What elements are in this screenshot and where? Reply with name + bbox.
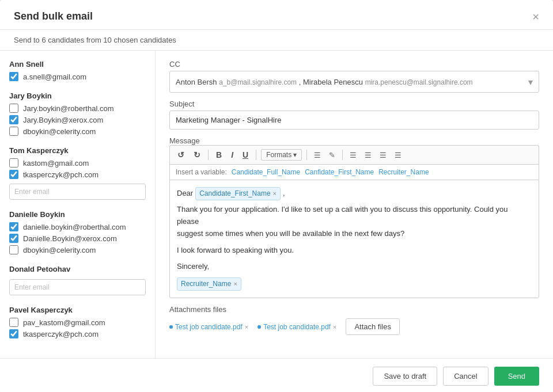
candidate-group: Danielle Boykindanielle.boykin@roberthal… xyxy=(9,210,146,254)
formats-dropdown[interactable]: Formats ▾ xyxy=(261,149,302,161)
closing-token-remove[interactable]: × xyxy=(233,279,237,290)
email-checkbox[interactable] xyxy=(9,127,18,136)
email-item: a.snell@gmail.com xyxy=(9,72,146,81)
email-item: kastom@gmail.com xyxy=(9,158,146,168)
email-item: Jary.boykin@roberthal.com xyxy=(9,104,146,113)
send-button[interactable]: Send xyxy=(494,367,539,386)
email-item: Danielle.Boykin@xerox.com xyxy=(9,234,146,243)
email-text: pav_kastom@gmail.com xyxy=(23,318,105,327)
candidate-group: Jary BoykinJary.boykin@roberthal.comJary… xyxy=(9,92,146,136)
email-entry-input[interactable] xyxy=(9,279,146,295)
email-entry-input[interactable] xyxy=(9,184,146,200)
underline-button[interactable]: U xyxy=(240,149,251,161)
close-button[interactable]: × xyxy=(532,11,539,22)
message-body[interactable]: Dear Candidate_First_Name × , Thank you … xyxy=(169,180,539,298)
candidate-group: Ann Snella.snell@gmail.com xyxy=(9,60,146,81)
email-checkbox[interactable] xyxy=(9,234,18,243)
variable-recruiter-name[interactable]: Recruiter_Name xyxy=(378,168,429,176)
email-item: dboykin@celerity.com xyxy=(9,127,146,136)
email-checkbox[interactable] xyxy=(9,115,18,124)
italic-button[interactable]: I xyxy=(228,149,236,161)
email-item: tkasperczyk@pch.com xyxy=(9,170,146,179)
email-checkbox[interactable] xyxy=(9,158,18,168)
align-center-icon[interactable]: ☰ xyxy=(362,150,374,161)
toolbar-separator-4 xyxy=(342,150,343,160)
cc-dropdown-icon[interactable]: ▾ xyxy=(528,77,533,87)
attachments-section: Attachments files Test job candidate.pdf… xyxy=(169,305,539,335)
message-body-line3: I look forward to speaking with you. xyxy=(177,245,532,257)
email-text: tkasperczyk@pch.com xyxy=(23,170,99,179)
variable-candidate-full-name[interactable]: Candidate_Full_Name xyxy=(232,168,300,176)
email-checkbox[interactable] xyxy=(9,245,18,254)
redo-button[interactable]: ↻ xyxy=(191,149,203,161)
email-text: Jary.boykin@roberthal.com xyxy=(23,104,113,113)
modal-header: Send bulk email × xyxy=(0,0,553,30)
subject-input[interactable] xyxy=(169,111,539,130)
email-checkbox[interactable] xyxy=(9,222,18,231)
compose-panel: CC Anton Bersh a_b@mail.signalhire.com ,… xyxy=(156,51,553,358)
dear-prefix: Dear xyxy=(177,188,193,200)
email-text: danielle.boykin@roberthal.com xyxy=(23,223,126,231)
modal-body: Ann Snella.snell@gmail.comJary BoykinJar… xyxy=(0,51,553,358)
align-right-icon[interactable]: ☰ xyxy=(377,150,389,161)
toolbar-separator-1 xyxy=(208,150,209,160)
subject-field-group: Subject xyxy=(169,100,539,130)
cc-separator: , xyxy=(299,78,301,86)
align-justify-icon[interactable]: ☰ xyxy=(392,150,404,161)
closing-token: Recruiter_Name × xyxy=(177,277,241,291)
dear-line: Dear Candidate_First_Name × , xyxy=(177,187,532,200)
message-section: Message ↺ ↻ B I U Formats ▾ ☰ ✎ ☰ ☰ xyxy=(169,136,539,298)
group-name: Donald Petoohav xyxy=(9,265,146,273)
message-closing: Sincerely, xyxy=(177,261,532,273)
dear-token-remove[interactable]: × xyxy=(273,189,276,199)
bold-button[interactable]: B xyxy=(213,149,225,161)
attachments-list: Test job candidate.pdf × Test job candid… xyxy=(169,318,539,335)
email-text: a.snell@gmail.com xyxy=(23,73,86,81)
email-item: Jary.Boykin@xerox.com xyxy=(9,115,146,124)
list-unordered-icon[interactable]: ☰ xyxy=(312,150,323,161)
cc-email2: mira.penescu@mail.signalhire.com xyxy=(365,78,473,86)
variable-bar: Insert a variable: Candidate_Full_Name C… xyxy=(169,164,539,180)
email-text: kastom@gmail.com xyxy=(23,159,89,168)
dear-token: Candidate_First_Name × xyxy=(195,187,281,200)
group-name: Tom Kasperczyk xyxy=(9,146,146,155)
attachment-dot-1 xyxy=(169,325,173,329)
email-text: Jary.Boykin@xerox.com xyxy=(23,116,103,124)
toolbar-separator-3 xyxy=(306,150,307,160)
attachments-label: Attachments files xyxy=(169,305,539,314)
align-left-icon[interactable]: ☰ xyxy=(347,150,359,161)
message-toolbar: ↺ ↻ B I U Formats ▾ ☰ ✎ ☰ ☰ ☰ ☰ xyxy=(169,145,539,164)
group-name: Danielle Boykin xyxy=(9,210,146,219)
email-item: dboykin@celerity.com xyxy=(9,245,146,254)
attach-files-button[interactable]: Attach files xyxy=(346,318,400,335)
dear-token-text: Candidate_First_Name xyxy=(199,188,270,199)
cc-email1: a_b@mail.signalhire.com xyxy=(219,78,297,86)
cancel-button[interactable]: Cancel xyxy=(443,367,488,386)
dear-comma: , xyxy=(283,188,285,200)
undo-button[interactable]: ↺ xyxy=(175,149,187,161)
attachment-item-1: Test job candidate.pdf × xyxy=(169,323,248,331)
save-to-draft-button[interactable]: Save to draft xyxy=(373,367,437,386)
email-item: pav_kastom@gmail.com xyxy=(9,318,146,327)
cc-name1: Anton Bersh xyxy=(176,78,217,86)
cc-label: CC xyxy=(169,60,539,68)
cc-input[interactable]: Anton Bersh a_b@mail.signalhire.com , Mi… xyxy=(169,71,539,93)
email-checkbox[interactable] xyxy=(9,104,18,113)
cc-content: Anton Bersh a_b@mail.signalhire.com , Mi… xyxy=(176,78,528,86)
email-checkbox[interactable] xyxy=(9,170,18,179)
email-item: danielle.boykin@roberthal.com xyxy=(9,222,146,231)
attachment-item-2: Test job candidate.pdf × xyxy=(257,323,336,331)
attachment-dot-2 xyxy=(257,325,261,329)
email-checkbox[interactable] xyxy=(9,329,18,338)
message-label: Message xyxy=(169,136,539,145)
variable-candidate-first-name[interactable]: Canfidate_First_Name xyxy=(305,168,374,176)
attachment-remove-1[interactable]: × xyxy=(245,324,248,330)
email-checkbox[interactable] xyxy=(9,72,18,81)
modal-footer: Save to draft Cancel Send xyxy=(0,358,553,392)
attachment-name-1: Test job candidate.pdf xyxy=(175,323,243,331)
subject-label: Subject xyxy=(169,100,539,108)
cc-name2: Mirabela Penescu xyxy=(303,78,363,86)
list-ordered-icon[interactable]: ✎ xyxy=(327,150,338,161)
email-checkbox[interactable] xyxy=(9,318,18,327)
attachment-remove-2[interactable]: × xyxy=(333,324,336,330)
